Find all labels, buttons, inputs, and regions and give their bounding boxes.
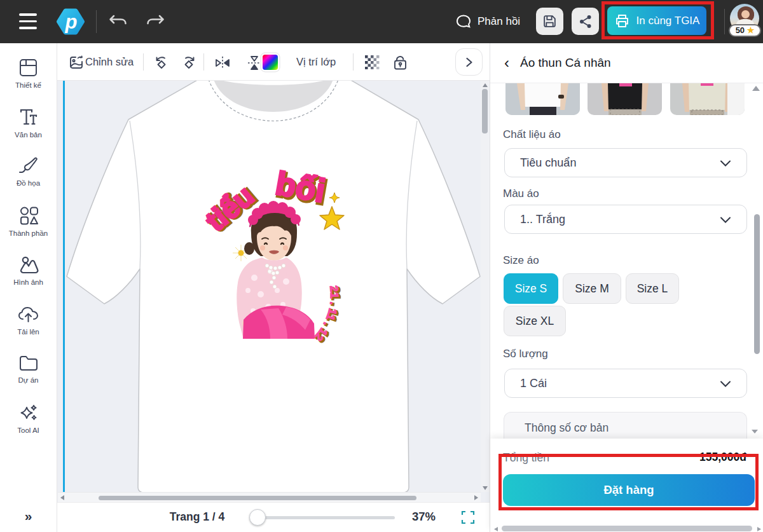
svg-text:p: p	[65, 11, 78, 33]
